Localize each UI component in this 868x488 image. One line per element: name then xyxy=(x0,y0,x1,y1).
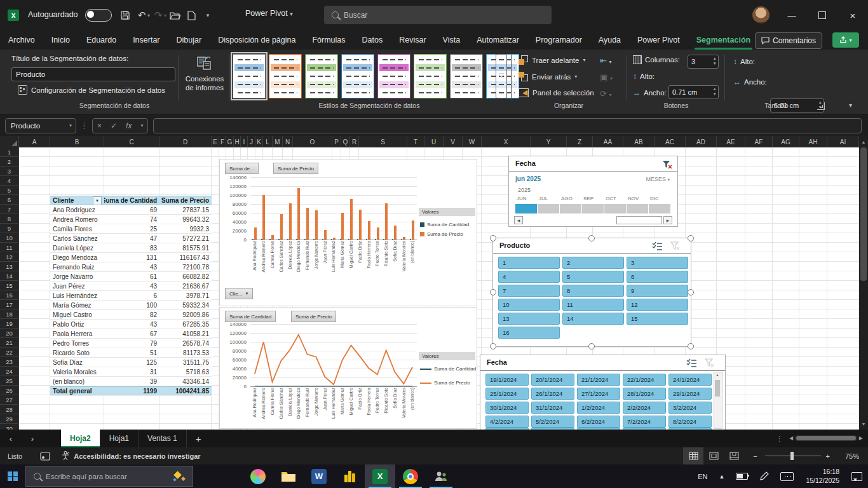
comments-button[interactable]: Comentarios xyxy=(755,32,822,49)
row-header-2[interactable]: 2 xyxy=(0,157,19,166)
page-layout-view-icon[interactable] xyxy=(703,447,724,464)
start-button[interactable] xyxy=(0,464,25,488)
slicer-item-3[interactable]: 3 xyxy=(627,257,688,269)
row-header-28[interactable]: 28 xyxy=(0,405,19,414)
field-button[interactable]: Suma de... xyxy=(225,163,259,174)
column-header-AF[interactable]: AF xyxy=(745,136,773,147)
slicer-item-8-2-2024[interactable]: 8/2/2024 xyxy=(668,416,712,428)
column-header-V[interactable]: V xyxy=(444,136,463,147)
taskbar-explorer-icon[interactable] xyxy=(273,464,304,488)
column-header-I[interactable]: I xyxy=(241,136,248,147)
user-avatar[interactable] xyxy=(752,6,770,24)
table-row[interactable]: María Gómez10059332.34 xyxy=(50,301,212,310)
clock[interactable]: 16:18 15/12/2025 xyxy=(799,468,846,485)
slicer-item-25-1-2024[interactable]: 25/1/2024 xyxy=(485,388,529,400)
slicer-item-27-1-2024[interactable]: 27/1/2024 xyxy=(577,388,620,400)
scroll-down-icon[interactable]: ▼ xyxy=(859,419,868,428)
zoom-in-icon[interactable]: + xyxy=(826,452,830,460)
tab-inicio[interactable]: Inicio xyxy=(43,30,78,50)
scroll-left-icon[interactable]: ◀ xyxy=(789,435,793,441)
add-sheet-button[interactable]: + xyxy=(196,433,201,444)
table-row[interactable]: Diego Mendoza131116167.43 xyxy=(50,253,212,262)
table-row[interactable]: Pablo Ortiz4367285.35 xyxy=(50,320,212,329)
field-button[interactable]: Suma de Cantidad xyxy=(225,311,276,322)
column-header-O[interactable]: O xyxy=(293,136,332,147)
select-all-corner[interactable] xyxy=(0,136,19,147)
row-header-24[interactable]: 24 xyxy=(0,367,19,376)
slicer-style-3[interactable] xyxy=(305,54,338,98)
macro-record-icon[interactable] xyxy=(40,452,50,461)
slicer-item-8[interactable]: 8 xyxy=(562,285,624,297)
size-dialog-launcher-icon[interactable] xyxy=(817,102,825,110)
selection-handle[interactable] xyxy=(688,235,694,241)
selection-handle[interactable] xyxy=(490,343,496,349)
row-header-5[interactable]: 5 xyxy=(0,186,19,195)
timeline-period-dropdown[interactable]: MESES ▾ xyxy=(646,176,670,182)
scroll-left-icon[interactable]: ◀ xyxy=(514,216,523,224)
row-header-7[interactable]: 7 xyxy=(0,205,19,214)
row-header-26[interactable]: 26 xyxy=(0,386,19,395)
timeline-scrollbar[interactable]: ◀ ▶ xyxy=(514,216,672,223)
multi-select-icon[interactable] xyxy=(652,241,663,250)
scroll-up-icon[interactable]: ▲ xyxy=(859,137,868,146)
open-file-icon[interactable] xyxy=(166,6,183,25)
column-header-AE[interactable]: AE xyxy=(717,136,745,147)
bring-forward-button[interactable]: Traer adelante▾ xyxy=(519,55,585,65)
tab-f-rmulas[interactable]: Fórmulas xyxy=(304,30,353,50)
column-header-R[interactable]: R xyxy=(350,136,359,147)
pen-icon[interactable] xyxy=(754,464,775,488)
scroll-right-icon[interactable]: ▶ xyxy=(859,435,863,441)
taskbar-excel-icon[interactable]: X xyxy=(365,464,395,488)
selection-handle[interactable] xyxy=(490,289,496,295)
search-box[interactable]: Buscar xyxy=(324,6,552,24)
column-header-F[interactable]: F xyxy=(219,136,226,147)
slicer-style-7[interactable] xyxy=(450,54,483,98)
slicer-fecha[interactable]: Fecha 19/1/202420/1/202421/1/202422/1/20… xyxy=(480,355,726,431)
selection-handle[interactable] xyxy=(688,343,694,349)
buttons-height-input[interactable]: 0.71 cm▲▼ xyxy=(668,85,719,99)
slicer-caption-input[interactable]: Producto xyxy=(11,67,175,81)
column-headers[interactable]: ABCDEFGHIJKLMNOPQRSTUVWXYZAAABACADAEAFAG… xyxy=(0,136,859,147)
column-header-P[interactable]: P xyxy=(332,136,341,147)
row-headers[interactable]: 1234567891011121314151617181920212223242… xyxy=(0,147,19,430)
timeline-month-segment[interactable] xyxy=(560,204,581,214)
tray-expand-icon[interactable]: ▲ xyxy=(714,464,731,488)
sheet-prev-icon[interactable]: ‹ xyxy=(0,434,22,444)
slicer-style-1[interactable] xyxy=(233,54,266,98)
timeline-month-segment[interactable] xyxy=(649,204,670,214)
notification-icon[interactable] xyxy=(846,464,868,488)
slicer-scroll-thumb[interactable] xyxy=(715,380,720,396)
horizontal-scroll-thumb[interactable] xyxy=(796,436,856,440)
row-header-30[interactable]: 30 xyxy=(0,424,19,430)
row-header-9[interactable]: 9 xyxy=(0,224,19,233)
tab-insertar[interactable]: Insertar xyxy=(125,30,168,50)
zoom-out-icon[interactable]: − xyxy=(753,452,757,460)
table-row[interactable]: (en blanco)3943346.14 xyxy=(50,377,212,386)
column-header-B[interactable]: B xyxy=(50,136,104,147)
slicer-item-26-1-2024[interactable]: 26/1/2024 xyxy=(531,388,574,400)
row-header-16[interactable]: 16 xyxy=(0,290,19,300)
row-header-13[interactable]: 13 xyxy=(0,262,19,271)
column-header-L[interactable]: L xyxy=(263,136,273,147)
taskbar-copilot-icon[interactable] xyxy=(243,464,273,488)
table-row[interactable]: Camila Flores259932.3 xyxy=(50,224,212,234)
slicer-item-28-1-2024[interactable]: 28/1/2024 xyxy=(623,388,666,400)
spinner[interactable]: ▲▼ xyxy=(713,56,717,66)
slicer-item-6-2-2024[interactable]: 6/2/2024 xyxy=(577,416,620,428)
column-header-AC[interactable]: AC xyxy=(654,136,686,147)
row-header-10[interactable]: 10 xyxy=(0,233,19,243)
timeline-month-segment[interactable] xyxy=(604,204,626,214)
tab-programador[interactable]: Programador xyxy=(527,30,590,50)
slicer-item-11[interactable]: 11 xyxy=(562,299,624,311)
timeline-scroll-thumb[interactable] xyxy=(616,216,662,224)
formula-dropdown-icon[interactable]: ▾ xyxy=(136,123,147,128)
bar-chart[interactable]: Suma de...Suma de Precio1400001200001000… xyxy=(219,159,477,306)
column-header-U[interactable]: U xyxy=(424,136,444,147)
tab-segmentaci-n[interactable]: Segmentación xyxy=(688,30,759,50)
slicer-style-4[interactable] xyxy=(341,54,374,98)
table-row[interactable]: Andrea Romero7499643.32 xyxy=(50,215,212,224)
column-header-D[interactable]: D xyxy=(159,136,212,147)
table-row[interactable]: Juan Pérez4321636.67 xyxy=(50,281,212,291)
align-objects-icon[interactable]: ⇤ ▾ xyxy=(600,56,612,65)
taskbar-chrome-icon[interactable] xyxy=(395,464,426,488)
